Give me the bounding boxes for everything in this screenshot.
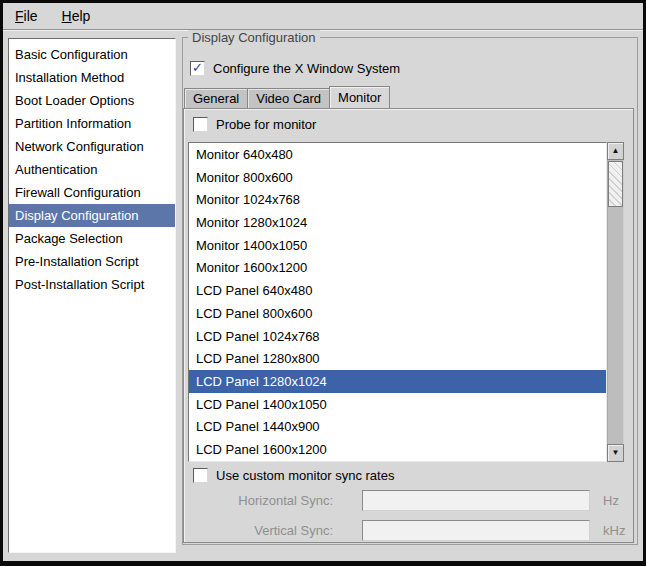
custom-sync-row[interactable]: Use custom monitor sync rates <box>193 468 394 483</box>
scrollbar-trough[interactable] <box>607 160 624 444</box>
monitor-tab-page: Probe for monitor Monitor 640x480Monitor… <box>183 108 634 543</box>
menubar: FileHelp <box>3 3 643 30</box>
sidebar-item-installation-method[interactable]: Installation Method <box>9 66 175 89</box>
scroll-up-icon: ▲ <box>612 147 620 155</box>
checkmark-icon: ✓ <box>192 61 203 74</box>
tab-video-card[interactable]: Video Card <box>247 88 330 108</box>
monitor-list-item[interactable]: LCD Panel 1440x900 <box>189 416 606 439</box>
monitor-list-item[interactable]: LCD Panel 800x600 <box>189 302 606 325</box>
app-window: FileHelp Basic ConfigurationInstallation… <box>0 0 646 566</box>
probe-monitor-label: Probe for monitor <box>216 117 316 132</box>
horizontal-sync-label: Horizontal Sync: <box>184 493 333 508</box>
menu-help[interactable]: Help <box>59 6 94 26</box>
monitor-list-item[interactable]: Monitor 640x480 <box>189 143 606 166</box>
tab-bar: GeneralVideo CardMonitor <box>183 86 389 108</box>
sync-row: Vertical Sync:kHz <box>184 519 633 541</box>
display-notebook: GeneralVideo CardMonitor Probe for monit… <box>183 86 634 543</box>
configure-x-label: Configure the X Window System <box>213 61 400 76</box>
monitor-list-item[interactable]: Monitor 800x600 <box>189 166 606 189</box>
menu-file[interactable]: File <box>12 6 41 26</box>
monitor-list-item[interactable]: Monitor 1024x768 <box>189 188 606 211</box>
sidebar-item-post-installation-script[interactable]: Post-Installation Script <box>9 273 175 296</box>
monitor-list-item[interactable]: LCD Panel 1024x768 <box>189 325 606 348</box>
monitor-list-item[interactable]: Monitor 1280x1024 <box>189 211 606 234</box>
vertical-sync-label: Vertical Sync: <box>184 523 333 538</box>
monitor-list-item[interactable]: LCD Panel 1280x800 <box>189 347 606 370</box>
unit-label: kHz <box>603 523 625 538</box>
sidebar-item-display-configuration[interactable]: Display Configuration <box>9 204 175 227</box>
tab-monitor[interactable]: Monitor <box>329 86 390 108</box>
horizontal-sync-input[interactable] <box>362 490 590 511</box>
custom-sync-checkbox[interactable] <box>193 468 208 483</box>
probe-monitor-row[interactable]: Probe for monitor <box>193 117 316 132</box>
sidebar-item-basic-configuration[interactable]: Basic Configuration <box>9 43 175 66</box>
unit-label: Hz <box>603 493 619 508</box>
sidebar-item-pre-installation-script[interactable]: Pre-Installation Script <box>9 250 175 273</box>
monitor-list-item[interactable]: LCD Panel 640x480 <box>189 279 606 302</box>
display-configuration-frame: Display Configuration ✓ Configure the X … <box>182 37 638 545</box>
monitor-list-item[interactable]: LCD Panel 1280x1024 <box>189 370 606 393</box>
monitor-list-item[interactable]: LCD Panel 1600x1200 <box>189 438 606 461</box>
scrollbar-thumb[interactable] <box>608 161 623 207</box>
scroll-down-icon: ▼ <box>612 449 620 457</box>
sync-row: Horizontal Sync:Hz <box>184 489 633 511</box>
monitor-list: Monitor 640x480Monitor 800x600Monitor 10… <box>188 142 607 462</box>
tab-general[interactable]: General <box>184 88 248 108</box>
monitor-list-item[interactable]: Monitor 1600x1200 <box>189 257 606 280</box>
sidebar-item-boot-loader-options[interactable]: Boot Loader Options <box>9 89 175 112</box>
sidebar-item-authentication[interactable]: Authentication <box>9 158 175 181</box>
sidebar-item-package-selection[interactable]: Package Selection <box>9 227 175 250</box>
monitor-list-scrollbar: ▲ ▼ <box>607 142 624 462</box>
sidebar-item-network-configuration[interactable]: Network Configuration <box>9 135 175 158</box>
scroll-down-button[interactable]: ▼ <box>607 444 624 462</box>
configure-x-row[interactable]: ✓ Configure the X Window System <box>190 61 400 76</box>
sidebar-item-firewall-configuration[interactable]: Firewall Configuration <box>9 181 175 204</box>
config-section-list: Basic ConfigurationInstallation MethodBo… <box>8 38 176 553</box>
configure-x-checkbox[interactable]: ✓ <box>190 61 205 76</box>
probe-monitor-checkbox[interactable] <box>193 117 208 132</box>
scroll-up-button[interactable]: ▲ <box>607 142 624 160</box>
sidebar-item-partition-information[interactable]: Partition Information <box>9 112 175 135</box>
monitor-list-item[interactable]: LCD Panel 1400x1050 <box>189 393 606 416</box>
custom-sync-label: Use custom monitor sync rates <box>216 468 394 483</box>
monitor-list-item[interactable]: Monitor 1400x1050 <box>189 234 606 257</box>
frame-title: Display Configuration <box>188 30 320 45</box>
vertical-sync-input[interactable] <box>362 520 590 541</box>
